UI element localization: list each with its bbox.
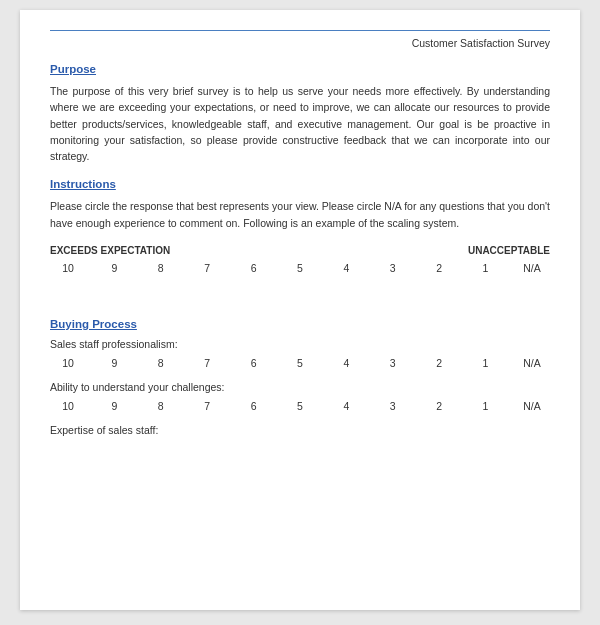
scale-number: 10: [50, 357, 86, 369]
scale-number: N/A: [514, 400, 550, 412]
scale-number: 5: [282, 400, 318, 412]
scale-number: N/A: [514, 262, 550, 274]
question-3-label: Expertise of sales staff:: [50, 424, 550, 436]
spacer: [50, 284, 550, 314]
instructions-heading: Instructions: [50, 178, 550, 190]
scale-number: 5: [282, 262, 318, 274]
instructions-body: Please circle the response that best rep…: [50, 198, 550, 231]
question-1-label: Sales staff professionalism:: [50, 338, 550, 350]
scale-number: 2: [421, 262, 457, 274]
scale-number: 9: [96, 262, 132, 274]
scale-number: 2: [421, 357, 457, 369]
scale-number: 2: [421, 400, 457, 412]
header-title: Customer Satisfaction Survey: [50, 37, 550, 49]
question-2-scale: 10987654321N/A: [50, 398, 550, 414]
scale-number: 7: [189, 262, 225, 274]
page: Customer Satisfaction Survey Purpose The…: [20, 10, 580, 610]
scale-number: N/A: [514, 357, 550, 369]
instructions-scale-row: 10987654321N/A: [50, 260, 550, 276]
scale-number: 3: [375, 400, 411, 412]
scale-right-label: UNACCEPTABLE: [468, 245, 550, 256]
scale-number: 4: [328, 400, 364, 412]
buying-process-section: Buying Process Sales staff professionali…: [50, 318, 550, 436]
scale-number: 8: [143, 400, 179, 412]
question-2-wrapper: Ability to understand your challenges: 1…: [50, 381, 550, 414]
scale-number: 6: [236, 357, 272, 369]
scale-number: 9: [96, 357, 132, 369]
purpose-body: The purpose of this very brief survey is…: [50, 83, 550, 164]
question-1-scale: 10987654321N/A: [50, 355, 550, 371]
scale-number: 5: [282, 357, 318, 369]
scale-number: 10: [50, 262, 86, 274]
question-1-wrapper: Sales staff professionalism: 10987654321…: [50, 338, 550, 371]
scale-number: 7: [189, 357, 225, 369]
scale-number: 4: [328, 262, 364, 274]
buying-process-heading: Buying Process: [50, 318, 550, 330]
scale-number: 6: [236, 262, 272, 274]
scale-number: 6: [236, 400, 272, 412]
scale-number: 1: [468, 262, 504, 274]
question-3-wrapper: Expertise of sales staff:: [50, 424, 550, 436]
scale-number: 3: [375, 357, 411, 369]
header-line: [50, 30, 550, 31]
scale-number: 10: [50, 400, 86, 412]
scale-number: 8: [143, 357, 179, 369]
scale-number: 9: [96, 400, 132, 412]
scale-number: 1: [468, 400, 504, 412]
scale-number: 1: [468, 357, 504, 369]
scale-number: 8: [143, 262, 179, 274]
scale-labels-row: EXCEEDS EXPECTATION UNACCEPTABLE: [50, 245, 550, 256]
scale-left-label: EXCEEDS EXPECTATION: [50, 245, 170, 256]
scale-number: 4: [328, 357, 364, 369]
question-2-label: Ability to understand your challenges:: [50, 381, 550, 393]
scale-number: 3: [375, 262, 411, 274]
scale-number: 7: [189, 400, 225, 412]
purpose-heading: Purpose: [50, 63, 550, 75]
